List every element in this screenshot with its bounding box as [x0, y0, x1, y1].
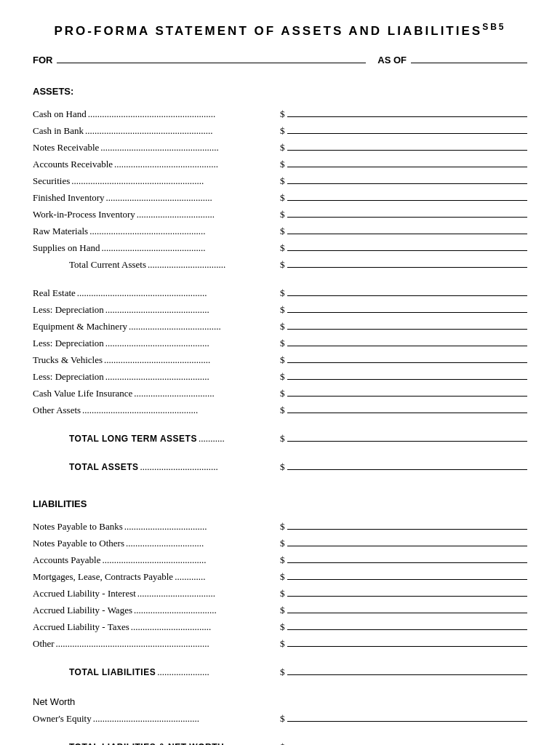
list-item: Other...................................…: [33, 635, 527, 650]
owners-equity-row: Owner's Equity..........................…: [33, 710, 527, 725]
list-item: Work-in-Process Inventory...............…: [33, 206, 527, 220]
for-input-line[interactable]: [57, 63, 366, 63]
mortgages-field[interactable]: [287, 568, 528, 580]
list-item: Real Estate.............................…: [33, 284, 527, 299]
list-item: Accounts Payable........................…: [33, 551, 527, 566]
finished-inventory-field[interactable]: [287, 189, 528, 201]
total-assets-row: TOTAL ASSETS............................…: [33, 458, 527, 473]
depreciation-2-field[interactable]: [287, 335, 528, 346]
total-liabilities-row: TOTAL LIABILITIES...................... …: [33, 664, 527, 678]
total-liabilities-net-worth-row: TOTAL LIABILITIES & NET WORTH $: [33, 738, 527, 745]
for-line: FOR AS OF: [33, 55, 527, 65]
net-worth-label: Net Worth: [33, 696, 527, 707]
cash-value-life-insurance-field[interactable]: [287, 385, 528, 397]
title-sub: SB5: [482, 22, 505, 32]
list-item: Less: Depreciation......................…: [33, 301, 527, 316]
list-item: Cash Value Life Insurance...............…: [33, 385, 527, 399]
total-liabilities-net-worth-field[interactable]: [287, 738, 528, 745]
securities-field[interactable]: [287, 172, 528, 184]
list-item: Supplies on Hand........................…: [33, 239, 527, 254]
wip-inventory-field[interactable]: [287, 206, 528, 218]
as-of-label: AS OF: [377, 55, 407, 65]
total-current-assets-field[interactable]: [287, 256, 528, 268]
notes-payable-others-field[interactable]: [287, 535, 528, 546]
list-item: Notes Receivable........................…: [33, 139, 527, 154]
accounts-payable-field[interactable]: [287, 551, 528, 563]
total-assets-field[interactable]: [287, 458, 528, 470]
owners-equity-field[interactable]: [287, 710, 528, 722]
list-item: Other Assets............................…: [33, 402, 527, 416]
equipment-machinery-field[interactable]: [287, 318, 528, 330]
trucks-vehicles-field[interactable]: [287, 351, 528, 363]
raw-materials-field[interactable]: [287, 223, 528, 234]
depreciation-1-field[interactable]: [287, 301, 528, 313]
list-item: Less: Depreciation......................…: [33, 368, 527, 383]
cash-on-hand-field[interactable]: [287, 105, 528, 117]
list-item: Trucks & Vehicles.......................…: [33, 351, 527, 366]
long-term-assets-group: Real Estate.............................…: [33, 284, 527, 416]
accrued-interest-field[interactable]: [287, 585, 528, 597]
list-item: Raw Materials...........................…: [33, 223, 527, 237]
notes-receivable-field[interactable]: [287, 139, 528, 151]
for-label: FOR: [33, 55, 52, 65]
list-item: Total Current Assets....................…: [33, 256, 527, 271]
assets-section-title: ASSETS:: [33, 86, 527, 97]
list-item: Accrued Liability - Wages...............…: [33, 602, 527, 616]
total-long-term-assets-field[interactable]: [287, 430, 528, 442]
list-item: Less: Depreciation......................…: [33, 335, 527, 349]
liabilities-section-title: LIABILITIES: [33, 498, 527, 509]
accounts-receivable-field[interactable]: [287, 156, 528, 167]
other-assets-field[interactable]: [287, 402, 528, 413]
list-item: Notes Payable to Others.................…: [33, 535, 527, 549]
list-item: Finished Inventory......................…: [33, 189, 527, 204]
real-estate-field[interactable]: [287, 284, 528, 296]
current-assets-group: Cash on Hand............................…: [33, 105, 527, 271]
page-title: PRO-FORMA STATEMENT OF ASSETS AND LIABIL…: [33, 22, 527, 39]
total-long-term-assets-row: TOTAL LONG TERM ASSETS........... $: [33, 430, 527, 445]
accrued-wages-field[interactable]: [287, 602, 528, 613]
list-item: Mortgages, Lease, Contracts Payable.....…: [33, 568, 527, 583]
supplies-on-hand-field[interactable]: [287, 239, 528, 251]
list-item: Accounts Receivable.....................…: [33, 156, 527, 170]
net-worth-section: Net Worth Owner's Equity................…: [33, 696, 527, 725]
liabilities-group: Notes Payable to Banks..................…: [33, 518, 527, 650]
list-item: Cash in Bank............................…: [33, 122, 527, 137]
list-item: Cash on Hand............................…: [33, 105, 527, 120]
list-item: Accrued Liability - Interest............…: [33, 585, 527, 599]
total-liabilities-field[interactable]: [287, 664, 528, 675]
depreciation-3-field[interactable]: [287, 368, 528, 380]
cash-in-bank-field[interactable]: [287, 122, 528, 134]
list-item: Securities..............................…: [33, 172, 527, 187]
list-item: Equipment & Machinery...................…: [33, 318, 527, 332]
accrued-taxes-field[interactable]: [287, 618, 528, 630]
list-item: Accrued Liability - Taxes...............…: [33, 618, 527, 633]
list-item: Notes Payable to Banks..................…: [33, 518, 527, 533]
other-liabilities-field[interactable]: [287, 635, 528, 647]
as-of-input-line[interactable]: [411, 63, 527, 63]
title-main: PRO-FORMA STATEMENT OF ASSETS AND LIABIL…: [55, 24, 483, 38]
notes-payable-banks-field[interactable]: [287, 518, 528, 530]
